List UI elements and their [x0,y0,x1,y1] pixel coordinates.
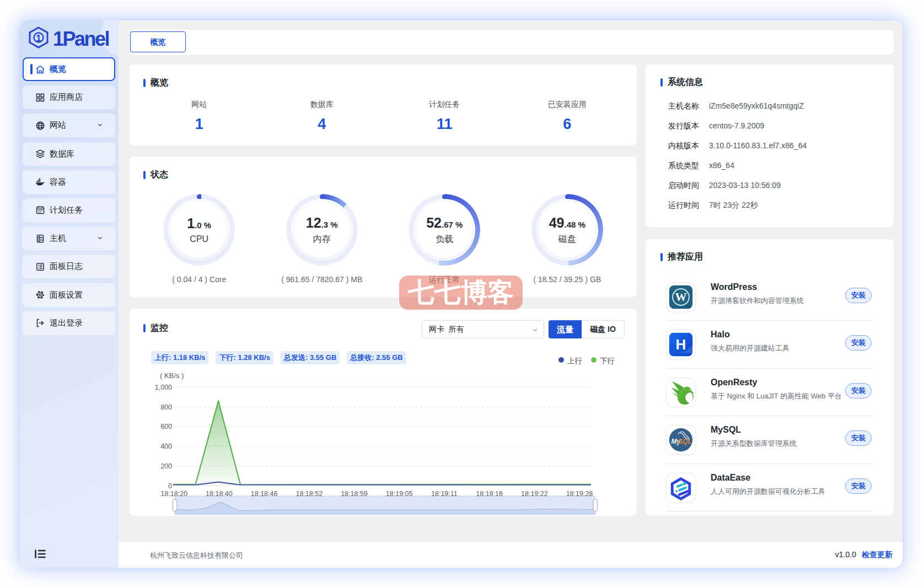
svg-text:400: 400 [160,443,172,450]
svg-text:0: 0 [168,482,172,490]
svg-text:600: 600 [160,423,172,430]
svg-text:1: 1 [36,33,41,43]
svg-text:H: H [676,337,686,353]
svg-text:SQL: SQL [678,438,692,445]
svg-text:1,000: 1,000 [155,384,172,391]
svg-text:200: 200 [160,462,172,470]
svg-text:W: W [675,290,686,304]
svg-text:800: 800 [160,403,172,411]
